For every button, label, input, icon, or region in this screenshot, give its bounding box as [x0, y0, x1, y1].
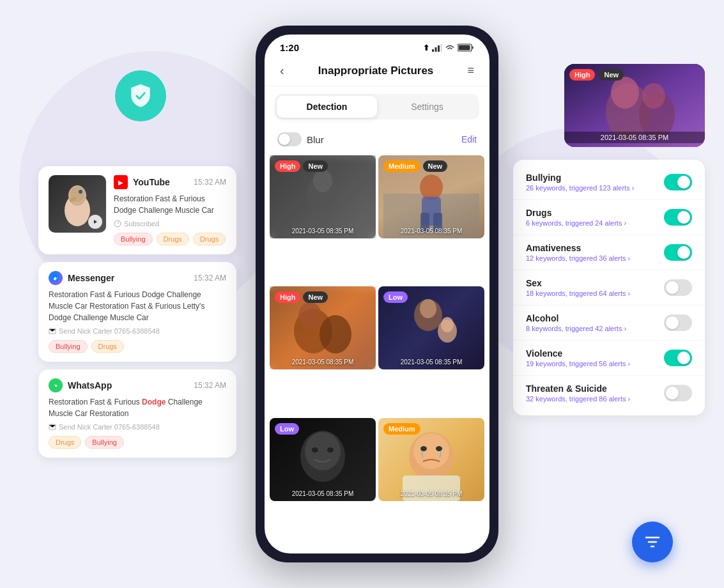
status-time: 1:20 [280, 42, 299, 53]
settings-item-violence[interactable]: Violence 19 keywords, triggered 56 alert… [513, 341, 705, 376]
grid-item-4[interactable]: Low 2021-03-05 08:35 PM [378, 286, 484, 369]
filter-button[interactable] [632, 522, 673, 562]
shield-icon [115, 70, 166, 121]
settings-item-drugs[interactable]: Drugs 6 keywords, triggered 24 alerts › [513, 200, 705, 235]
settings-meta-drugs: 6 keywords, triggered 24 alerts › [526, 219, 664, 227]
whatsapp-card-time: 15:32 AM [194, 381, 226, 390]
toggle-violence[interactable] [664, 350, 692, 366]
toggle-bullying[interactable] [664, 174, 692, 190]
menu-button[interactable]: ≡ [467, 64, 474, 77]
settings-item-sex[interactable]: Sex 18 keywords, triggered 64 alerts › [513, 270, 705, 306]
svg-point-3 [79, 190, 82, 194]
messenger-card-content: Restoration Fast & Furious Dodge Challen… [49, 289, 226, 323]
settings-meta-violence: 19 keywords, triggered 56 alerts › [526, 360, 664, 368]
blur-row: Blur Edit [265, 127, 489, 155]
settings-item-amativeness[interactable]: Amativeness 12 keywords, triggered 36 al… [513, 235, 705, 270]
location-icon: ⬆ [423, 43, 429, 52]
badge-high-1: High [275, 160, 300, 172]
messenger-card[interactable]: Messenger 15:32 AM Restoration Fast & Fu… [38, 262, 236, 362]
badge-low-5: Low [275, 423, 299, 435]
settings-meta-bullying: 26 keywords, triggered 123 alerts › [526, 184, 664, 192]
svg-point-18 [420, 174, 443, 200]
youtube-card[interactable]: ▶ YouTube 15:32 AM Restoration Fast & Fu… [38, 166, 236, 254]
grid-item-1[interactable]: High New 2021-03-05 08:35 PM [270, 155, 376, 238]
edit-button[interactable]: Edit [461, 134, 477, 144]
messenger-icon [49, 271, 63, 285]
youtube-card-content: Restoration Fast & Furious Dodge Challen… [114, 193, 226, 216]
whatsapp-tag-drugs: Drugs [49, 436, 81, 449]
blur-label: Blur [307, 134, 324, 145]
whatsapp-card-content: Restoration Fast & Furious Dodge Challen… [49, 396, 226, 419]
messenger-card-meta: Send Nick Carter 0765-6388548 [49, 327, 226, 335]
settings-item-threaten[interactable]: Threaten & Suicide 32 keywords, triggere… [513, 376, 705, 410]
top-card-image: High New 2021-03-05 08:35 PM [564, 64, 705, 147]
settings-name-drugs: Drugs [526, 208, 664, 218]
svg-point-40 [611, 77, 639, 109]
whatsapp-card-tags: Drugs Bullying [49, 436, 226, 449]
settings-item-alcohol[interactable]: Alcohol 8 keywords, triggered 42 alerts … [513, 306, 705, 341]
settings-name-alcohol: Alcohol [526, 313, 664, 323]
toggle-alcohol[interactable] [664, 314, 692, 331]
toggle-drugs[interactable] [664, 209, 692, 226]
image-grid: High New 2021-03-05 08:35 PM [265, 155, 489, 546]
messenger-app-name: Messenger [68, 273, 114, 283]
page-title: Inappropriate Pictures [318, 65, 433, 77]
svg-point-36 [436, 446, 442, 451]
svg-rect-11 [438, 45, 440, 52]
youtube-card-meta: Subscribed [114, 220, 226, 228]
tag-drugs-2: Drugs [193, 233, 226, 245]
settings-meta-threaten: 32 keywords, triggered 86 alerts › [526, 395, 664, 403]
badge-low-4: Low [383, 291, 408, 303]
settings-item-bullying[interactable]: Bullying 26 keywords, triggered 123 aler… [513, 165, 705, 200]
settings-name-bullying: Bullying [526, 173, 664, 183]
blur-toggle[interactable] [277, 132, 302, 146]
svg-point-42 [642, 83, 665, 109]
youtube-card-time: 15:32 AM [194, 178, 226, 187]
svg-point-23 [298, 302, 321, 328]
toggle-amativeness[interactable] [664, 244, 692, 261]
svg-rect-10 [435, 47, 437, 52]
svg-point-32 [327, 447, 334, 453]
grid-item-6[interactable]: Medium 2021-03-05 08:35 PM [378, 418, 484, 501]
signal-icon [432, 44, 442, 52]
grid-timestamp-6: 2021-03-05 08:35 PM [378, 490, 484, 497]
play-button[interactable] [88, 215, 102, 229]
top-badge-new: New [599, 69, 624, 81]
top-image-card[interactable]: High New 2021-03-05 08:35 PM [564, 64, 705, 147]
svg-point-26 [420, 299, 436, 318]
whatsapp-card-meta: Send Nick Carter 0765-6388548 [49, 423, 226, 431]
toggle-threaten[interactable] [664, 385, 692, 401]
whatsapp-icon [49, 378, 63, 392]
settings-name-sex: Sex [526, 278, 664, 288]
toggle-sex[interactable] [664, 279, 692, 296]
whatsapp-app-name: WhatsApp [68, 380, 112, 391]
messenger-card-time: 15:32 AM [194, 274, 226, 282]
grid-item-5[interactable]: Low 2021-03-05 08:35 PM [270, 418, 376, 501]
settings-name-amativeness: Amativeness [526, 243, 664, 253]
wifi-icon [445, 44, 455, 52]
badge-medium-6: Medium [383, 423, 420, 435]
status-icons: ⬆ [423, 43, 474, 52]
whatsapp-card[interactable]: WhatsApp 15:32 AM Restoration Fast & Fur… [38, 369, 236, 458]
top-card-badges: High New [569, 69, 624, 81]
svg-rect-9 [432, 49, 434, 52]
phone-frame: 1:20 ⬆ [256, 26, 498, 562]
svg-rect-12 [441, 44, 442, 52]
grid-timestamp-3: 2021-03-05 08:35 PM [270, 359, 376, 366]
grid-item-3[interactable]: High New 2021-03-05 08:35 PM [270, 286, 376, 369]
left-panel: ▶ YouTube 15:32 AM Restoration Fast & Fu… [38, 166, 236, 458]
settings-meta-amativeness: 12 keywords, triggered 36 alerts › [526, 254, 664, 262]
youtube-icon: ▶ [114, 175, 128, 189]
svg-rect-14 [459, 45, 470, 50]
svg-point-30 [305, 432, 341, 470]
grid-item-2[interactable]: Medium New 2021-03-05 08:35 PM [378, 155, 484, 238]
grid-timestamp-1: 2021-03-05 08:35 PM [270, 228, 376, 235]
shield-container [115, 70, 166, 121]
settings-list: Bullying 26 keywords, triggered 123 aler… [513, 160, 705, 415]
back-button[interactable]: ‹ [280, 63, 284, 78]
badge-new-1: New [303, 160, 328, 172]
grid-timestamp-5: 2021-03-05 08:35 PM [270, 490, 376, 497]
tab-settings[interactable]: Settings [377, 96, 477, 118]
tab-bar: Detection Settings [275, 94, 479, 120]
tab-detection[interactable]: Detection [277, 96, 377, 118]
